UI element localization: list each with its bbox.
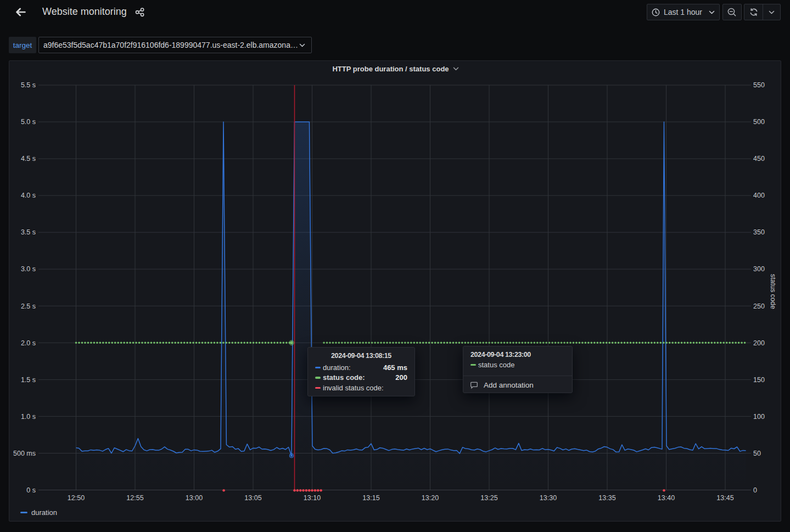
svg-text:13:15: 13:15 xyxy=(362,494,379,502)
svg-text:0: 0 xyxy=(753,486,757,494)
svg-text:4.0 s: 4.0 s xyxy=(21,192,36,199)
svg-text:450: 450 xyxy=(753,155,765,163)
svg-text:status code: status code xyxy=(769,274,777,309)
svg-text:13:35: 13:35 xyxy=(598,494,615,502)
svg-text:100: 100 xyxy=(753,413,765,421)
svg-text:5.0 s: 5.0 s xyxy=(21,118,36,126)
svg-text:3.0 s: 3.0 s xyxy=(21,265,36,273)
svg-text:500: 500 xyxy=(753,118,765,126)
svg-text:400: 400 xyxy=(753,192,765,199)
svg-text:200: 200 xyxy=(753,339,765,347)
svg-text:150: 150 xyxy=(753,376,765,384)
svg-text:13:25: 13:25 xyxy=(480,494,497,502)
svg-text:4.5 s: 4.5 s xyxy=(21,155,36,163)
svg-text:12:50: 12:50 xyxy=(68,494,85,502)
svg-text:1.5 s: 1.5 s xyxy=(21,376,36,384)
svg-text:3.5 s: 3.5 s xyxy=(21,228,36,236)
svg-text:13:00: 13:00 xyxy=(186,494,203,502)
svg-text:250: 250 xyxy=(753,303,765,310)
svg-text:2.0 s: 2.0 s xyxy=(21,339,36,347)
svg-text:13:05: 13:05 xyxy=(244,494,261,502)
svg-text:500 ms: 500 ms xyxy=(13,450,36,457)
svg-text:350: 350 xyxy=(753,228,765,236)
svg-text:0 s: 0 s xyxy=(26,486,36,494)
svg-text:13:40: 13:40 xyxy=(658,494,675,502)
svg-text:13:10: 13:10 xyxy=(304,494,321,502)
svg-text:550: 550 xyxy=(753,81,765,89)
svg-text:13:20: 13:20 xyxy=(422,494,439,502)
svg-text:12:55: 12:55 xyxy=(126,494,143,502)
svg-text:5.5 s: 5.5 s xyxy=(21,81,36,89)
svg-text:13:30: 13:30 xyxy=(540,494,557,502)
svg-text:1.0 s: 1.0 s xyxy=(21,413,36,421)
svg-text:2.5 s: 2.5 s xyxy=(21,303,36,310)
svg-text:13:45: 13:45 xyxy=(716,494,733,502)
svg-text:300: 300 xyxy=(753,265,765,273)
svg-text:50: 50 xyxy=(753,450,761,457)
